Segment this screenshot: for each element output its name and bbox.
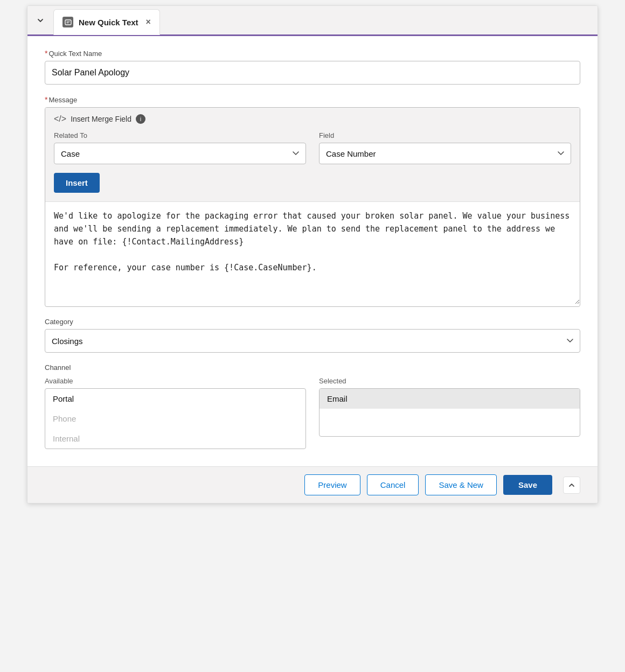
channel-label: Channel (45, 363, 580, 372)
tab-bar: New Quick Text × (27, 6, 598, 36)
tab-chevron-icon[interactable] (32, 12, 49, 29)
merge-field-bar: </> Insert Merge Field i Related To Case… (45, 108, 580, 202)
new-quick-text-tab[interactable]: New Quick Text × (53, 9, 160, 35)
selected-list: Email (319, 388, 580, 437)
scroll-up-icon[interactable] (563, 477, 580, 494)
save-new-button[interactable]: Save & New (425, 474, 497, 495)
svg-rect-0 (65, 20, 71, 25)
footer-bar: Preview Cancel Save & New Save (27, 466, 598, 503)
category-label: Category (45, 318, 580, 326)
merge-field-title: </> Insert Merge Field i (54, 114, 571, 124)
merge-field-row: Related To Case Contact Account Field Ca… (54, 131, 571, 164)
message-outer: </> Insert Merge Field i Related To Case… (45, 107, 580, 307)
quick-text-name-input[interactable] (45, 61, 580, 85)
required-star: * (45, 49, 47, 58)
save-button[interactable]: Save (503, 475, 552, 495)
related-to-select[interactable]: Case Contact Account (54, 143, 306, 164)
available-list: Portal Phone Internal (45, 388, 306, 449)
message-group: * Message </> Insert Merge Field i Relat… (45, 95, 580, 307)
preview-button[interactable]: Preview (304, 474, 360, 495)
related-to-col: Related To Case Contact Account (54, 131, 306, 164)
tab-icon (63, 17, 73, 27)
selected-label: Selected (319, 377, 580, 385)
available-item-internal: Internal (45, 429, 305, 449)
required-star-msg: * (45, 95, 47, 104)
insert-button[interactable]: Insert (54, 173, 100, 193)
form-body: * Quick Text Name * Message </> Insert M… (27, 36, 598, 466)
related-to-label: Related To (54, 131, 306, 139)
tab-close-icon[interactable]: × (146, 17, 151, 27)
channel-section: Channel Available Portal Phone Internal … (45, 363, 580, 449)
message-textarea[interactable]: We'd like to apologize for the packaging… (45, 202, 580, 304)
selected-item-email[interactable]: Email (320, 389, 580, 409)
available-label: Available (45, 377, 306, 385)
category-select[interactable]: Closings Greetings Follow Up (45, 329, 580, 353)
channel-row: Available Portal Phone Internal Selected… (45, 377, 580, 449)
quick-text-name-group: * Quick Text Name (45, 49, 580, 85)
info-icon[interactable]: i (136, 114, 145, 124)
available-col: Available Portal Phone Internal (45, 377, 306, 449)
message-label: * Message (45, 95, 580, 104)
field-select[interactable]: Case Number Case Subject Case Status (319, 143, 571, 164)
available-item-portal[interactable]: Portal (45, 389, 305, 409)
quick-text-window: New Quick Text × * Quick Text Name * Mes… (27, 5, 598, 503)
merge-code-icon: </> (54, 114, 66, 124)
available-item-phone: Phone (45, 409, 305, 429)
selected-col: Selected Email (319, 377, 580, 449)
quick-text-name-label: * Quick Text Name (45, 49, 580, 58)
cancel-button[interactable]: Cancel (367, 474, 419, 495)
field-label: Field (319, 131, 571, 139)
tab-title: New Quick Text (79, 18, 138, 27)
category-group: Category Closings Greetings Follow Up (45, 318, 580, 353)
field-col: Field Case Number Case Subject Case Stat… (319, 131, 571, 164)
